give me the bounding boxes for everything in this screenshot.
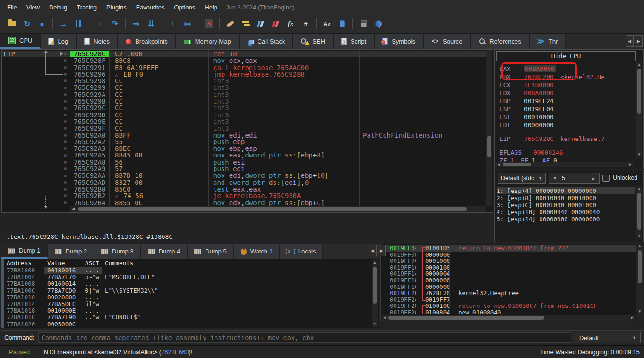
disasm-row[interactable]: 765C9291E8 6A19FEFFcall kernelbase.765AA… — [2, 64, 486, 71]
breakpoint-dot[interactable] — [64, 52, 67, 55]
argument-row[interactable]: 4: [esp+10] 00000040 00000040 — [497, 209, 635, 216]
dump-row[interactable]: 77BA100C77BA7CD0Ð|°wL"\\SYSTEM32\\" — [4, 288, 372, 294]
bookmark-button[interactable] — [269, 17, 282, 30]
stack-value[interactable]: 00000000 — [416, 252, 449, 258]
disasm-row[interactable]: 765C9299CCint3 — [2, 84, 486, 91]
spinner-down-icon[interactable]: ▼ — [553, 176, 557, 181]
dump-value[interactable]: 0010000E — [44, 307, 82, 314]
column-header-asci[interactable]: ASCI — [82, 259, 102, 267]
register-row-edi[interactable]: EDI00000000 — [499, 121, 635, 129]
comment-button[interactable] — [239, 17, 251, 30]
register-value[interactable]: 00010000 — [524, 114, 554, 121]
spinner-up-icon[interactable]: ▲ — [591, 176, 595, 181]
dump-row[interactable]: 77BA101477BA5DFCü]°w — [4, 301, 372, 307]
stack-row[interactable]: 0019FF207628E200kernel32.HeapFree — [381, 290, 636, 297]
stack-row[interactable]: 0019FF1800000000 — [381, 277, 636, 284]
dump-value[interactable]: 77BA5DFC — [44, 301, 82, 307]
breakpoint-dot[interactable] — [64, 167, 67, 170]
breakpoint-dot[interactable] — [64, 100, 67, 103]
tab-references[interactable]: References — [471, 34, 529, 49]
trace-over-button[interactable]: ⇊ — [145, 17, 157, 30]
stack-row[interactable]: 0019FF0401001D31return to new.01001D31 f… — [381, 245, 636, 252]
breakpoint-dot[interactable] — [64, 66, 67, 69]
register-value[interactable]: 765C928C — [524, 135, 554, 142]
disasm-address[interactable]: 765C928C — [70, 51, 109, 57]
tabs-scroll-right[interactable]: ▶ — [635, 35, 643, 47]
tab-watch-1[interactable]: Watch 1 — [234, 244, 280, 259]
breakpoint-dot[interactable] — [64, 154, 67, 157]
tab-dump-1[interactable]: Dump 1 — [1, 244, 48, 259]
disasm-row[interactable]: 765C928F8BC8mov ecx,eax — [2, 57, 486, 64]
tab-log[interactable]: Log — [41, 34, 77, 49]
execute-till-return-button[interactable]: ↦ — [181, 17, 194, 30]
disasm-row[interactable]: 765C929DCCint3 — [2, 112, 486, 118]
memory-pages-button[interactable] — [336, 17, 348, 30]
stack-value[interactable]: 7628E200 — [416, 290, 449, 297]
disasm-row[interactable]: 765C929ACCint3 — [2, 91, 486, 98]
menu-item-tracing[interactable]: Tracing — [72, 2, 102, 13]
tab-seh[interactable]: SEH — [293, 34, 334, 49]
dump-value[interactable]: 00020000 — [44, 294, 82, 301]
stack-row[interactable]: 0019FF1C00000000 — [381, 284, 636, 290]
stack-row[interactable]: 0019FF1400000040 — [381, 271, 636, 277]
stack-row[interactable]: 0019FF1000001000 — [381, 264, 636, 271]
argument-row[interactable]: 5: [esp+14] 00000000 00000000 — [497, 216, 635, 223]
menu-item-plugins[interactable]: Plugins — [102, 2, 131, 13]
tab-symbols[interactable]: Symbols — [375, 34, 424, 49]
register-row-eflags[interactable]: EFLAGS00000246 — [499, 148, 635, 157]
dump-value[interactable]: 77BA7F90 — [44, 314, 82, 321]
breakpoint-dot[interactable] — [64, 93, 67, 96]
dump-row[interactable]: 77BA100000180016.... — [4, 267, 372, 274]
dump-value[interactable]: 00160014 — [44, 280, 82, 287]
tab-memory-map[interactable]: Memory Map — [176, 34, 240, 49]
disasm-row[interactable]: 765C929BCCint3 — [2, 98, 486, 105]
breakpoint-dot[interactable] — [64, 161, 67, 164]
breakpoint-address-link[interactable]: 7628F660 — [161, 349, 189, 356]
tab-breakpoints[interactable]: Breakpoints — [118, 34, 176, 49]
dump-value[interactable]: 0005000C — [44, 321, 82, 328]
command-profile-dropdown[interactable]: Default ▼ — [575, 332, 641, 343]
register-row-ebp[interactable]: EBP0019FF24 — [499, 97, 635, 105]
register-value[interactable]: 1E4B0000 — [524, 81, 554, 88]
tab-dump-2[interactable]: Dump 2 — [48, 244, 95, 259]
tab-dump-4[interactable]: Dump 4 — [141, 244, 188, 259]
tab-dump-5[interactable]: Dump 5 — [188, 244, 234, 259]
disasm-row[interactable]: 765C92A255push ebp — [2, 139, 486, 145]
breakpoint-dot[interactable] — [64, 188, 67, 191]
breakpoint-dot[interactable] — [64, 147, 67, 150]
stack-value[interactable]: 00010000 — [416, 258, 449, 264]
stack-value[interactable]: 010010C7 — [416, 303, 449, 309]
register-row-esp[interactable]: ESP0019FF04 — [499, 105, 635, 113]
tab-dump-3[interactable]: Dump 3 — [94, 244, 141, 259]
breakpoint-dot[interactable] — [64, 140, 67, 143]
register-value[interactable]: 00000246 — [533, 149, 563, 156]
tab-thr[interactable]: Thr — [530, 34, 567, 49]
stack-value[interactable]: 01001D31 — [416, 245, 449, 252]
stack-value[interactable]: 00000000 — [416, 277, 449, 284]
breakpoint-dot[interactable] — [64, 201, 67, 204]
register-row-esi[interactable]: ESI00010000 — [499, 113, 635, 121]
column-header-comments[interactable]: Comments — [102, 259, 372, 267]
disasm-row[interactable]: 765C9296∧EB F0jmp kernelbase.765C9288 — [2, 71, 486, 78]
pause-button[interactable] — [72, 17, 85, 30]
registers-vertical-scrollbar[interactable]: ▲ ▼ — [636, 62, 642, 157]
disasm-row[interactable]: 765C92A957push edi — [2, 166, 486, 172]
register-value[interactable]: 008A0000 — [524, 89, 554, 96]
arguments-vertical-scrollbar[interactable]: ▲ ▼ — [636, 186, 642, 239]
disasm-row[interactable]: 765C92A38BECmov ebp,esp — [2, 145, 486, 152]
step-into-button[interactable]: ↓ — [94, 17, 106, 30]
calling-convention-dropdown[interactable]: Default (stdc ▼ — [498, 173, 546, 184]
run-button[interactable]: → — [57, 17, 69, 30]
dump-row[interactable]: 77BA100800160014.... — [4, 280, 372, 287]
open-file-button[interactable] — [6, 17, 18, 30]
tab-call-stack[interactable]: Call Stack — [240, 34, 294, 49]
strings-button[interactable]: Az — [321, 17, 333, 30]
patch-button[interactable] — [224, 17, 236, 30]
register-row-eip[interactable]: EIP765C928Ckernelbase.7 — [499, 135, 635, 143]
breakpoint-dot[interactable] — [64, 127, 67, 130]
hide-fpu-button[interactable]: Hide FPU — [496, 51, 636, 61]
stack-row[interactable]: 0019FF28010010C7return to new.010010C7 f… — [381, 303, 636, 309]
register-value[interactable]: 00000000 — [524, 122, 554, 129]
menu-item-file[interactable]: File — [2, 2, 22, 13]
dump-row[interactable]: 77BA100477BA7E70p~°wL"MSCOREE.DLL" — [4, 274, 372, 280]
